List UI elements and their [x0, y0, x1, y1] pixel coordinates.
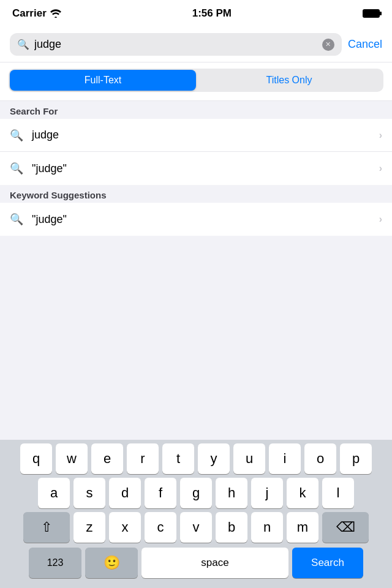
chevron-icon-3: › — [379, 214, 382, 225]
carrier-wifi: Carrier — [12, 7, 61, 20]
search-input[interactable] — [34, 38, 317, 51]
key-q[interactable]: q — [20, 443, 52, 474]
result-item-judge-quoted[interactable]: 🔍 "judge" › — [0, 152, 392, 185]
battery-container — [363, 9, 380, 18]
search-for-list: 🔍 judge › 🔍 "judge" › — [0, 119, 392, 185]
cancel-button[interactable]: Cancel — [348, 38, 382, 51]
key-m[interactable]: m — [287, 512, 318, 543]
key-c[interactable]: c — [145, 512, 176, 543]
key-s[interactable]: s — [74, 478, 105, 508]
key-k[interactable]: k — [287, 478, 318, 508]
key-123[interactable]: 123 — [29, 548, 81, 578]
key-y[interactable]: y — [198, 443, 230, 474]
keyword-item-judge[interactable]: 🔍 "judge" › — [0, 203, 392, 236]
keyword-suggestions-header: Keyword Suggestions — [0, 185, 392, 203]
status-bar: Carrier 1:56 PM — [0, 0, 392, 27]
key-o[interactable]: o — [304, 443, 336, 474]
keyboard-row-2: a s d f g h j k l — [0, 474, 392, 508]
keyword-text-judge: "judge" — [32, 213, 379, 226]
search-for-header: Search For — [0, 101, 392, 119]
key-d[interactable]: d — [109, 478, 141, 508]
segment-fulltext[interactable]: Full-Text — [10, 70, 196, 91]
keyboard-row-3: ⇧ z x c v b n m ⌫ — [0, 508, 392, 543]
segment-inner: Full-Text Titles Only — [9, 69, 383, 92]
battery-icon — [363, 9, 380, 18]
key-a[interactable]: a — [38, 478, 70, 508]
keyboard: q w e r t y u i o p a s d f g h j k l ⇧ … — [0, 440, 392, 588]
result-text-judge: judge — [32, 129, 379, 141]
key-f[interactable]: f — [145, 478, 176, 508]
result-item-judge[interactable]: 🔍 judge › — [0, 119, 392, 152]
keyboard-row-1: q w e r t y u i o p — [0, 440, 392, 474]
chevron-icon-1: › — [379, 130, 382, 141]
search-bar: 🔍 Cancel — [0, 27, 392, 62]
search-icon-2: 🔍 — [10, 162, 23, 175]
key-space[interactable]: space — [141, 548, 288, 578]
key-e[interactable]: e — [91, 443, 123, 474]
wifi-icon — [50, 9, 61, 18]
key-t[interactable]: t — [162, 443, 194, 474]
key-h[interactable]: h — [216, 478, 247, 508]
key-p[interactable]: p — [340, 443, 372, 474]
keyword-list: 🔍 "judge" › — [0, 203, 392, 236]
key-z[interactable]: z — [74, 512, 105, 543]
key-w[interactable]: w — [56, 443, 88, 474]
key-l[interactable]: l — [322, 478, 354, 508]
key-i[interactable]: i — [269, 443, 301, 474]
key-v[interactable]: v — [180, 512, 212, 543]
keyboard-bottom-row: 123 🙂 space Search — [0, 543, 392, 588]
key-u[interactable]: u — [233, 443, 265, 474]
search-input-wrap: 🔍 — [10, 33, 342, 56]
key-emoji[interactable]: 🙂 — [85, 548, 138, 578]
segment-control: Full-Text Titles Only — [0, 62, 392, 101]
clear-button[interactable] — [322, 39, 334, 51]
key-backspace[interactable]: ⌫ — [322, 512, 369, 543]
search-icon-1: 🔍 — [10, 129, 23, 142]
key-n[interactable]: n — [251, 512, 283, 543]
battery-fill — [364, 10, 379, 17]
carrier-label: Carrier — [12, 7, 47, 20]
key-g[interactable]: g — [180, 478, 212, 508]
key-b[interactable]: b — [216, 512, 247, 543]
key-x[interactable]: x — [109, 512, 141, 543]
key-search[interactable]: Search — [292, 548, 363, 578]
key-j[interactable]: j — [251, 478, 283, 508]
chevron-icon-2: › — [379, 163, 382, 174]
key-shift[interactable]: ⇧ — [23, 512, 70, 543]
search-icon-3: 🔍 — [10, 213, 23, 226]
segment-titlesonly[interactable]: Titles Only — [196, 70, 382, 91]
key-r[interactable]: r — [127, 443, 159, 474]
status-time: 1:56 PM — [192, 7, 232, 20]
search-icon: 🔍 — [17, 39, 29, 50]
result-text-judge-quoted: "judge" — [32, 162, 379, 175]
